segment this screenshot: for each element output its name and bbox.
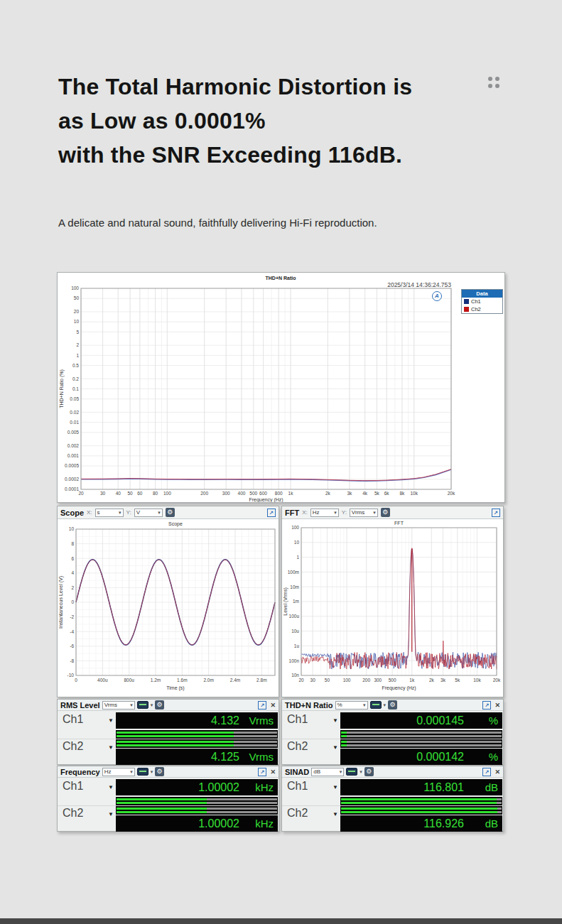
- sinad-panel: SINAD dB▾ ▾ ⚙ ↗ ✕ Ch1 ▼ 116.801dB 116.92…: [281, 766, 504, 832]
- close-icon[interactable]: ✕: [270, 768, 276, 776]
- svg-text:400u: 400u: [97, 678, 108, 683]
- close-icon[interactable]: ✕: [495, 702, 500, 709]
- svg-text:10u: 10u: [291, 629, 299, 634]
- channel-dropdown-icon[interactable]: ▼: [333, 784, 338, 790]
- legend-label: Ch1: [471, 298, 481, 305]
- unit-value: %: [337, 702, 342, 708]
- svg-text:50: 50: [325, 678, 330, 683]
- thdn-chart-canvas: 1005020105210.50.20.10.050.020.010.0050.…: [58, 273, 504, 502]
- x-unit-value: s: [97, 509, 100, 516]
- channel-dropdown-icon[interactable]: ▼: [108, 784, 114, 790]
- value-unit: dB: [464, 781, 502, 793]
- expand-icon[interactable]: ↗: [492, 509, 500, 517]
- svg-text:0.001: 0.001: [67, 453, 80, 458]
- svg-text:-2: -2: [70, 614, 74, 619]
- channel-dropdown-icon[interactable]: ▼: [333, 744, 338, 751]
- value-number: 1.00002: [116, 781, 239, 794]
- value-display: 4.132Vrms: [116, 712, 278, 729]
- channel-dropdown-icon[interactable]: ▼: [108, 744, 114, 751]
- channel-label: Ch1: [287, 713, 308, 726]
- svg-text:0.05: 0.05: [70, 396, 79, 401]
- fft-chart-canvas: 100101100m10m1m100u10u1u100n10n203050100…: [282, 519, 503, 697]
- svg-text:0: 0: [71, 599, 74, 604]
- svg-text:10k: 10k: [410, 491, 418, 496]
- svg-text:0.01: 0.01: [70, 420, 79, 425]
- level-meter-bar: [116, 730, 278, 739]
- meter-display-icon[interactable]: [370, 701, 382, 709]
- chevron-down-icon[interactable]: ▾: [151, 702, 153, 708]
- meter-display-icon[interactable]: [137, 768, 148, 776]
- meter-toolbar: THD+N Ratio %▾ ▾ ⚙ ↗ ✕: [282, 700, 503, 711]
- value-number: 116.801: [340, 781, 464, 794]
- meter-toolbar: Frequency Hz▾ ▾ ⚙ ↗ ✕: [58, 766, 279, 778]
- settings-gear-icon[interactable]: ⚙: [381, 508, 390, 517]
- svg-text:0.02: 0.02: [70, 410, 79, 415]
- svg-text:800: 800: [275, 491, 283, 496]
- svg-text:300: 300: [222, 491, 230, 496]
- settings-gear-icon[interactable]: ⚙: [364, 767, 374, 776]
- grid-dots-menu-icon[interactable]: [488, 77, 505, 94]
- channel-dropdown-icon[interactable]: ▼: [108, 811, 114, 817]
- svg-text:1m: 1m: [293, 599, 299, 604]
- channel-dropdown-icon[interactable]: ▼: [333, 717, 338, 724]
- svg-text:2.8m: 2.8m: [256, 678, 266, 683]
- fft-panel: FFT X: Hz▾ Y: Vrms▾ ⚙ ↗ 100101100m10m1m1…: [281, 506, 504, 697]
- settings-gear-icon[interactable]: ⚙: [166, 508, 175, 517]
- settings-gear-icon[interactable]: ⚙: [388, 700, 397, 710]
- expand-icon[interactable]: ↗: [267, 509, 276, 517]
- level-meter-bar: [116, 797, 278, 805]
- svg-text:2: 2: [76, 342, 79, 347]
- svg-text:100: 100: [291, 525, 299, 530]
- y-axis-prefix: Y:: [126, 509, 131, 516]
- svg-text:100m: 100m: [288, 570, 299, 575]
- scope-chart-canvas: 0400u800u1.2m1.6m2.0m2.4m2.8m-10-8-6-4-2…: [58, 519, 279, 697]
- expand-icon[interactable]: ↗: [482, 701, 491, 710]
- chevron-down-icon: ▾: [119, 510, 121, 516]
- unit-dropdown[interactable]: %▾: [335, 701, 368, 710]
- svg-text:-6: -6: [70, 643, 74, 648]
- svg-text:1k: 1k: [288, 491, 294, 496]
- expand-icon[interactable]: ↗: [258, 701, 266, 710]
- chevron-down-icon[interactable]: ▾: [360, 769, 362, 775]
- unit-dropdown[interactable]: dB▾: [311, 768, 344, 776]
- meter-display-icon[interactable]: [346, 768, 357, 776]
- chevron-down-icon: ▾: [130, 702, 133, 708]
- settings-gear-icon[interactable]: ⚙: [155, 767, 164, 776]
- y-unit-value: Vrms: [352, 509, 364, 516]
- title-line-2: as Low as 0.0001%: [58, 104, 412, 138]
- svg-text:20k: 20k: [493, 678, 501, 683]
- page: The Total Harmonic Distortion is as Low …: [0, 0, 562, 924]
- chevron-down-icon[interactable]: ▾: [151, 769, 153, 775]
- expand-icon[interactable]: ↗: [258, 768, 266, 776]
- unit-dropdown[interactable]: Vrms▾: [102, 701, 135, 710]
- svg-text:5k: 5k: [374, 491, 380, 496]
- svg-text:5k: 5k: [455, 678, 460, 683]
- title-line-1: The Total Harmonic Distortion is: [58, 70, 412, 104]
- y-unit-dropdown[interactable]: V▾: [134, 509, 163, 517]
- channel-dropdown-icon[interactable]: ▼: [108, 717, 114, 724]
- svg-text:10: 10: [74, 319, 80, 324]
- chevron-down-icon[interactable]: ▾: [384, 702, 387, 708]
- x-unit-dropdown[interactable]: Hz▾: [310, 509, 339, 517]
- value-unit: %: [464, 714, 502, 727]
- svg-text:2k: 2k: [429, 678, 435, 683]
- close-icon[interactable]: ✕: [495, 768, 500, 776]
- svg-text:Scope: Scope: [168, 521, 183, 527]
- x-unit-dropdown[interactable]: s▾: [95, 509, 124, 517]
- svg-text:50: 50: [127, 491, 133, 496]
- channel-label: Ch1: [63, 713, 83, 726]
- settings-gear-icon[interactable]: ⚙: [155, 700, 164, 710]
- expand-icon[interactable]: ↗: [482, 768, 491, 776]
- unit-value: Hz: [104, 768, 112, 775]
- title-line-3: with the SNR Exceeding 116dB.: [58, 138, 412, 172]
- y-unit-dropdown[interactable]: Vrms▾: [350, 509, 378, 517]
- svg-text:300: 300: [374, 678, 382, 683]
- value-unit: Vrms: [239, 751, 278, 763]
- channel-dropdown-icon[interactable]: ▼: [333, 811, 338, 817]
- svg-text:30: 30: [310, 678, 316, 683]
- svg-text:-8: -8: [70, 658, 74, 663]
- meter-display-icon[interactable]: [137, 701, 148, 709]
- unit-dropdown[interactable]: Hz▾: [102, 768, 135, 776]
- svg-text:5: 5: [76, 330, 79, 335]
- close-icon[interactable]: ✕: [270, 702, 276, 709]
